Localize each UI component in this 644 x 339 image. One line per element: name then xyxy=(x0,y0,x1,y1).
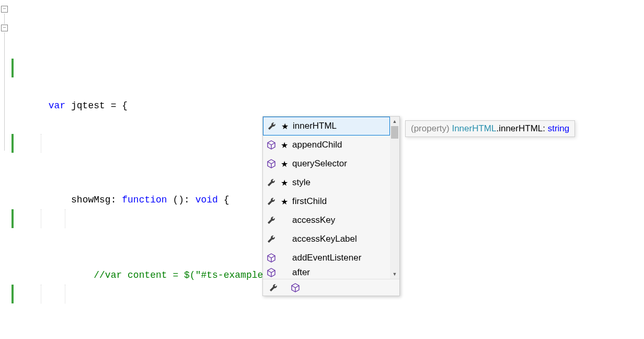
autocomplete-item-accesskeylabel[interactable]: accessKeyLabel xyxy=(263,230,390,248)
fold-toggle-inner[interactable]: − xyxy=(1,25,8,31)
cube-icon xyxy=(266,140,277,150)
star-icon: ★ xyxy=(281,178,288,188)
autocomplete-item-queryselector[interactable]: ★querySelector xyxy=(263,154,390,173)
autocomplete-scrollbar[interactable]: ▲ ▼ xyxy=(390,117,399,279)
wrench-icon xyxy=(266,215,277,225)
star-icon: ★ xyxy=(281,159,288,169)
autocomplete-item-after[interactable]: after xyxy=(263,267,390,279)
autocomplete-item-accesskey[interactable]: accessKey xyxy=(263,211,390,230)
wrench-icon xyxy=(267,121,277,131)
autocomplete-item-label: firstChild xyxy=(292,196,327,207)
star-icon: ★ xyxy=(281,140,288,150)
filter-cube-icon[interactable] xyxy=(290,282,301,293)
tooltip-type: InnerHTML xyxy=(452,123,496,133)
autocomplete-item-label: querySelector xyxy=(292,159,347,169)
kw-var: var xyxy=(49,100,65,111)
tooltip-member: .innerHTML: xyxy=(496,123,547,133)
cube-icon xyxy=(266,267,277,278)
autocomplete-item-addeventlistener[interactable]: addEventListener xyxy=(263,248,390,267)
autocomplete-item-innerhtml[interactable]: ★innerHTML xyxy=(263,117,390,135)
kw-function: function xyxy=(122,195,167,205)
autocomplete-item-label: appendChild xyxy=(292,140,342,150)
scroll-down-arrow[interactable]: ▼ xyxy=(390,269,399,279)
scroll-up-arrow[interactable]: ▲ xyxy=(390,117,399,126)
wrench-icon xyxy=(266,234,277,244)
autocomplete-list[interactable]: ★innerHTML★appendChild★querySelector★sty… xyxy=(263,117,390,279)
filter-wrench-icon[interactable] xyxy=(268,282,279,293)
star-icon: ★ xyxy=(281,121,289,131)
autocomplete-popup[interactable]: ★innerHTML★appendChild★querySelector★sty… xyxy=(262,116,400,296)
autocomplete-item-appendchild[interactable]: ★appendChild xyxy=(263,135,390,154)
star-icon: ★ xyxy=(281,197,288,207)
cube-icon xyxy=(266,253,277,263)
autocomplete-tooltip: (property) InnerHTML.innerHTML: string xyxy=(405,120,575,137)
autocomplete-item-style[interactable]: ★style xyxy=(263,173,390,192)
wrench-icon xyxy=(266,196,277,207)
cube-icon xyxy=(266,159,277,169)
tooltip-valtype: string xyxy=(548,123,570,133)
fold-toggle-outer[interactable]: − xyxy=(1,6,8,13)
fold-gutter: − − xyxy=(0,0,12,339)
kw-void: void xyxy=(196,195,218,205)
tooltip-kind: (property) xyxy=(411,123,452,133)
autocomplete-item-label: addEventListener xyxy=(292,253,361,263)
autocomplete-item-firstchild[interactable]: ★firstChild xyxy=(263,192,390,211)
autocomplete-item-label: innerHTML xyxy=(293,121,337,131)
code-line: var jqtest = { xyxy=(12,59,644,77)
wrench-icon xyxy=(266,177,277,188)
autocomplete-item-label: accessKeyLabel xyxy=(292,234,357,244)
scroll-thumb[interactable] xyxy=(391,126,398,139)
autocomplete-item-label: accessKey xyxy=(292,215,335,225)
autocomplete-filter-bar xyxy=(263,279,399,296)
autocomplete-item-label: after xyxy=(292,267,310,278)
autocomplete-item-label: style xyxy=(292,177,310,188)
